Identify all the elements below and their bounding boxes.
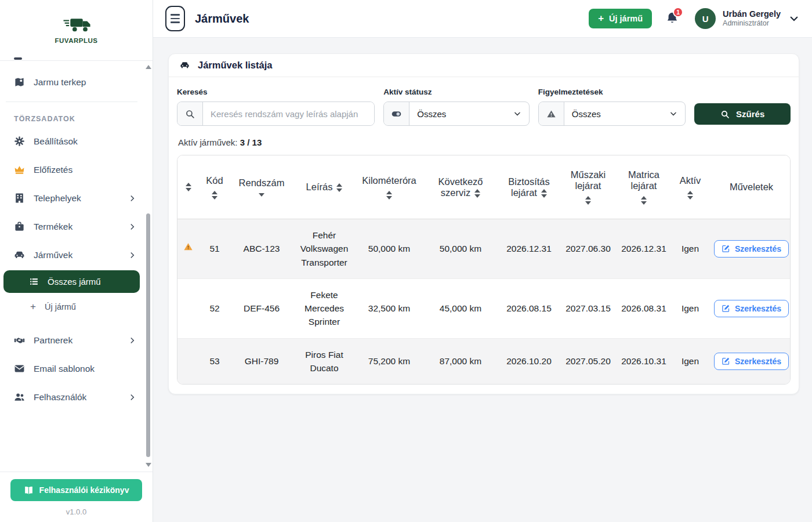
sidebar-item-felhasznalok[interactable]: Felhasználók <box>3 383 140 411</box>
truncated-item-fragment <box>14 57 22 60</box>
status-select[interactable]: Összes <box>409 102 529 125</box>
column-header-leiras[interactable]: Leírás <box>293 155 355 219</box>
column-header-kovetkezo-szerviz[interactable]: Következő szerviz <box>423 155 498 219</box>
sidebar-item-label: Járművek <box>34 250 72 260</box>
main-area: Járművek + Új jármű 1 U Urbán Gergely Ad… <box>153 0 812 522</box>
sidebar-item-label: Termékek <box>34 222 72 232</box>
warning-icon <box>183 242 194 252</box>
column-header-rendszam[interactable]: Rendszám <box>230 155 293 219</box>
sort-icon[interactable] <box>386 191 392 200</box>
sort-icon[interactable] <box>212 191 217 200</box>
pencil-square-icon <box>722 357 730 365</box>
logo[interactable]: FUVARPLUS <box>0 0 153 61</box>
sidebar-item-label: Előfizetés <box>34 165 72 175</box>
sort-desc-icon[interactable] <box>259 193 264 197</box>
column-header-kod[interactable]: Kód <box>200 155 230 219</box>
table-row: 53 GHI-789 Piros Fiat Ducato 75,200 km 8… <box>177 338 791 384</box>
column-header-warning[interactable] <box>177 155 200 219</box>
leiras-cell: Fehér Volkswagen Transporter <box>293 219 355 279</box>
page-content: Járművek listája Keresés <box>153 38 812 522</box>
szerviz-cell: 87,000 km <box>423 338 498 384</box>
box-icon <box>14 221 25 232</box>
warnings-filter-group: Figyelmeztetések Összes <box>538 88 686 126</box>
active-count-value: 3 / 13 <box>240 137 262 147</box>
sidebar-item-label: Partnerek <box>34 335 72 346</box>
sidebar-item-jarmuvek[interactable]: Járművek <box>3 241 140 269</box>
chevron-down-icon <box>669 110 677 118</box>
column-header-aktiv[interactable]: Aktív <box>672 155 709 219</box>
sort-icon[interactable] <box>186 183 191 191</box>
sidebar-item-osszes-jarmu-active[interactable]: Összes jármű <box>3 270 140 293</box>
search-icon <box>720 110 730 119</box>
active-vehicles-count: Aktív járművek: 3 / 13 <box>178 137 791 147</box>
new-vehicle-button[interactable]: + Új jármű <box>589 9 652 28</box>
sort-icon[interactable] <box>641 196 647 205</box>
leiras-cell: Piros Fiat Ducato <box>293 338 355 384</box>
sidebar-item-label: Felhasználók <box>34 392 86 403</box>
plus-icon: + <box>598 13 604 24</box>
filter-button-label: Szűrés <box>736 109 764 119</box>
chevron-right-icon <box>128 393 136 401</box>
sidebar-item-uj-jarmu[interactable]: + Új jármű <box>3 294 140 319</box>
sidebar-item-label: Email sablonok <box>34 364 95 374</box>
user-manual-button[interactable]: Felhasználói kézikönyv <box>10 479 142 501</box>
chevron-down-icon[interactable] <box>789 13 799 24</box>
vehicles-table-container: Kód Rendszám Leírás Kilomé <box>177 155 791 385</box>
edit-button[interactable]: Szerkesztés <box>714 353 789 370</box>
sidebar-item-termekek[interactable]: Termékek <box>3 212 140 241</box>
sort-icon[interactable] <box>541 189 547 198</box>
column-header-muszaki-lejarat[interactable]: Műszaki lejárat <box>560 155 616 219</box>
avatar[interactable]: U <box>695 8 716 29</box>
app-window: FUVARPLUS Jarmu terkep TÖRZSADATOK Beáll… <box>0 0 812 522</box>
kod-cell: 52 <box>200 278 230 338</box>
chevron-down-icon <box>513 110 521 118</box>
topbar-right: + Új jármű 1 U Urbán Gergely Adminisztrá… <box>589 8 799 29</box>
matrica-cell: 2026.10.31 <box>616 338 672 384</box>
sort-icon[interactable] <box>336 183 342 192</box>
vehicles-table: Kód Rendszám Leírás Kilomé <box>177 155 791 384</box>
sidebar-item-partnerek[interactable]: Partnerek <box>3 326 140 354</box>
column-header-kilometerora[interactable]: Kilométeróra <box>355 155 423 219</box>
sidebar-item-email-sablonok[interactable]: Email sablonok <box>3 354 140 383</box>
building-icon <box>14 193 25 204</box>
km-cell: 75,200 km <box>355 338 423 384</box>
sort-icon[interactable] <box>474 189 480 198</box>
actions-cell: Szerkesztés <box>709 278 791 338</box>
sidebar-item-telephelyek[interactable]: Telephelyek <box>3 184 140 212</box>
menu-toggle-button[interactable] <box>165 6 185 31</box>
scrollbar-thumb[interactable] <box>146 213 150 457</box>
scrollbar-up-arrow[interactable] <box>146 65 151 69</box>
user-menu[interactable]: Urbán Gergely Adminisztrátor <box>723 9 781 28</box>
warning-cell <box>177 219 200 279</box>
sidebar-scrollbar[interactable] <box>144 61 152 469</box>
scrollbar-down-arrow[interactable] <box>146 463 151 467</box>
leiras-cell: Fekete Mercedes Sprinter <box>293 278 355 338</box>
chevron-right-icon <box>128 223 136 231</box>
sidebar-item-label: Összes jármű <box>48 277 101 287</box>
edit-button[interactable]: Szerkesztés <box>714 240 789 258</box>
warnings-select-value: Összes <box>572 109 601 119</box>
warnings-select[interactable]: Összes <box>564 102 686 125</box>
filter-button[interactable]: Szűrés <box>694 103 791 125</box>
sidebar-footer: Felhasználói kézikönyv v1.0.0 <box>0 472 153 522</box>
muszaki-cell: 2027.05.20 <box>560 338 616 384</box>
table-row: 51 ABC-123 Fehér Volkswagen Transporter … <box>177 219 791 279</box>
notifications-button[interactable]: 1 <box>666 11 679 26</box>
vehicles-card: Járművek listája Keresés <box>168 53 799 394</box>
card-header: Járművek listája <box>169 54 799 77</box>
edit-button[interactable]: Szerkesztés <box>714 300 789 317</box>
sidebar-item-elofizetes[interactable]: Előfizetés <box>3 155 140 184</box>
search-input[interactable] <box>203 102 374 125</box>
column-header-matrica-lejarat[interactable]: Matrica lejárat <box>616 155 672 219</box>
warning-triangle-icon <box>539 102 564 125</box>
sort-icon[interactable] <box>585 196 591 205</box>
sidebar-item-jarmu-terkep[interactable]: Jarmu terkep <box>3 68 140 96</box>
search-icon <box>177 102 203 125</box>
sidebar-item-beallitasok[interactable]: Beállítások <box>3 127 140 155</box>
chevron-right-icon <box>128 251 136 259</box>
biztositas-cell: 2026.08.15 <box>498 278 560 338</box>
handshake-icon <box>14 335 25 346</box>
sort-icon[interactable] <box>687 191 693 200</box>
column-header-biztositas-lejarat[interactable]: Biztosítás lejárat <box>498 155 560 219</box>
car-icon <box>14 249 25 260</box>
